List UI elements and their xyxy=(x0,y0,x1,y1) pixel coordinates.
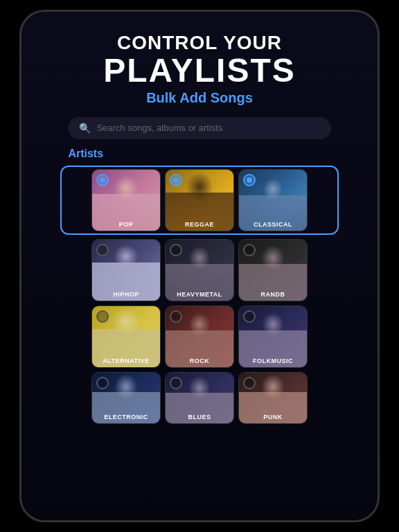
punk-select-circle[interactable] xyxy=(243,377,256,389)
search-icon: 🔍 xyxy=(79,123,91,134)
app-screen: CONTROL YOUR PLAYLISTS Bulk Add Songs 🔍 … xyxy=(21,12,378,520)
genre-card-hiphop[interactable]: HIPHOP xyxy=(91,239,161,301)
hiphop-label: HIPHOP xyxy=(92,291,160,298)
genre-card-punk[interactable]: PUNK xyxy=(238,372,308,424)
rock-label: ROCK xyxy=(166,357,233,364)
genres-grid: POP REGGAE CLASSICAL xyxy=(60,166,339,424)
search-placeholder: Search songs, albums or artists xyxy=(96,123,222,133)
classical-select-circle[interactable] xyxy=(243,174,256,186)
genre-card-alternative[interactable]: ALTERNATIVE xyxy=(91,305,161,368)
selected-genres-row: POP REGGAE CLASSICAL xyxy=(60,166,339,235)
genres-row-2: HIPHOP HEAVYMETAL RANDB xyxy=(60,239,339,301)
genre-card-blues[interactable]: BLUES xyxy=(165,372,234,424)
genre-card-classical[interactable]: CLASSICAL xyxy=(238,169,308,231)
device-frame: CONTROL YOUR PLAYLISTS Bulk Add Songs 🔍 … xyxy=(19,10,380,522)
pop-label: POP xyxy=(92,221,160,228)
playlists-title: PLAYLISTS xyxy=(103,54,296,87)
genres-row-4: ELECTRONIC BLUES PUNK xyxy=(60,372,339,424)
pop-select-circle[interactable] xyxy=(96,174,109,186)
folkmusic-label: FOLKMUSIC xyxy=(239,357,307,364)
genre-card-folkmusic[interactable]: FOLKMUSIC xyxy=(238,305,308,368)
alternative-label: ALTERNATIVE xyxy=(92,357,160,364)
genres-row-3: ALTERNATIVE ROCK FOLKMUSIC xyxy=(60,305,339,368)
folkmusic-select-circle[interactable] xyxy=(243,310,256,323)
artists-section-label: Artists xyxy=(68,148,330,160)
alternative-select-circle[interactable] xyxy=(96,310,109,323)
control-title: CONTROL YOUR xyxy=(103,33,296,54)
electronic-label: ELECTRONIC xyxy=(92,414,160,420)
genre-card-heavymetal[interactable]: HEAVYMETAL xyxy=(165,239,234,301)
heavymetal-select-circle[interactable] xyxy=(170,244,182,256)
hiphop-select-circle[interactable] xyxy=(96,244,109,256)
rock-select-circle[interactable] xyxy=(170,310,182,323)
genre-card-randb[interactable]: RANDB xyxy=(238,239,308,301)
randb-label: RANDB xyxy=(239,291,307,298)
heavymetal-label: HEAVYMETAL xyxy=(166,291,233,298)
blues-label: BLUES xyxy=(166,414,233,420)
punk-label: PUNK xyxy=(239,414,307,420)
randb-select-circle[interactable] xyxy=(243,244,256,256)
app-header: CONTROL YOUR PLAYLISTS Bulk Add Songs xyxy=(103,33,296,106)
genre-card-pop[interactable]: POP xyxy=(91,169,161,231)
reggae-label: REGGAE xyxy=(166,221,233,228)
electronic-select-circle[interactable] xyxy=(96,377,109,389)
reggae-select-circle[interactable] xyxy=(170,174,182,186)
genre-card-rock[interactable]: ROCK xyxy=(165,305,234,368)
genre-card-electronic[interactable]: ELECTRONIC xyxy=(91,372,161,424)
blues-select-circle[interactable] xyxy=(170,377,182,389)
search-bar[interactable]: 🔍 Search songs, albums or artists xyxy=(68,117,330,139)
genre-card-reggae[interactable]: REGGAE xyxy=(165,169,234,231)
bulk-add-subtitle: Bulk Add Songs xyxy=(103,90,296,106)
classical-label: CLASSICAL xyxy=(239,221,307,228)
